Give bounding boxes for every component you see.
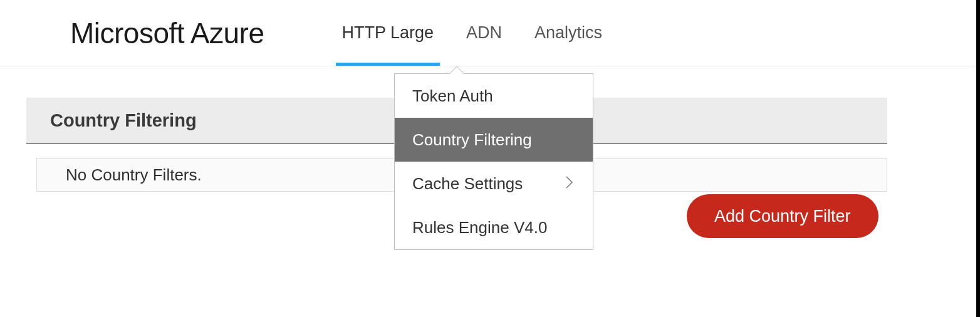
right-border-decoration [976, 0, 980, 317]
azure-logo: Microsoft Azure [70, 16, 264, 50]
dropdown-notch-icon [449, 66, 464, 74]
top-bar: Microsoft Azure HTTP Large ADN Analytics [0, 0, 980, 66]
add-country-filter-button[interactable]: Add Country Filter [687, 194, 878, 238]
menu-item-cache-settings[interactable]: Cache Settings [395, 162, 593, 205]
http-large-dropdown: Token Auth Country Filtering Cache Setti… [394, 73, 593, 250]
menu-item-rules-engine[interactable]: Rules Engine V4.0 [395, 205, 593, 249]
page-title: Country Filtering [50, 110, 197, 131]
tab-adn[interactable]: ADN [464, 0, 504, 66]
tab-analytics[interactable]: Analytics [532, 0, 605, 66]
menu-item-token-auth[interactable]: Token Auth [395, 74, 593, 118]
menu-item-label: Cache Settings [412, 174, 523, 194]
menu-item-country-filtering[interactable]: Country Filtering [395, 118, 593, 162]
chevron-right-icon [565, 174, 574, 194]
nav-tabs: HTTP Large ADN Analytics [340, 0, 605, 66]
tab-http-large[interactable]: HTTP Large [340, 0, 437, 66]
